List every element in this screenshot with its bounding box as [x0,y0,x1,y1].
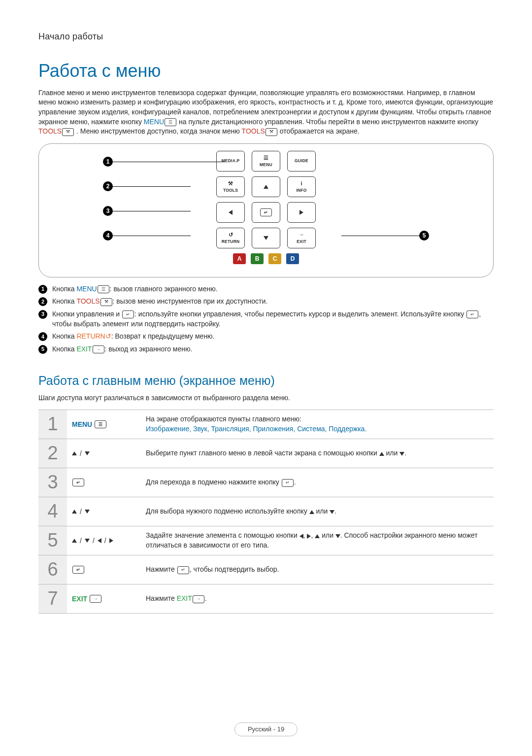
legend-text: Кнопки управления и ↵: используйте кнопк… [52,309,494,329]
section-header: Начало работы [38,31,494,42]
step-desc: Выберите пункт главного меню в левой час… [146,439,494,468]
menu-icon: ☰ [95,420,106,428]
legend-item: 3Кнопки управления и ↵: используйте кноп… [38,309,494,329]
remote-info-button: iINFO [287,176,316,197]
up-arrow-icon [72,510,77,514]
intro-text-b: на пульте дистанционного управления. Что… [179,118,478,126]
legend-list: 1Кнопка MENU☰: вызов главного экранного … [38,284,494,354]
menu-icon: ☰ [165,118,176,126]
step-desc: Нажмите EXIT→. [146,584,494,613]
marker-line [341,236,419,236]
step-desc: Задайте значение элемента с помощью кноп… [146,526,494,555]
marker-4: 4 [103,231,113,241]
remote-mediap-button: MEDIA.P [216,151,245,172]
step-row: 3↵Для перехода в подменю нажмите кнопку … [38,468,494,497]
legend-text: Кнопка TOOLS⚒: вызов меню инструментов п… [52,297,494,307]
step-row: 5///Задайте значение элемента с помощью … [38,526,494,555]
step-number: 7 [38,584,67,613]
exit-icon: → [90,595,101,603]
step-number: 4 [38,497,67,526]
marker-2: 2 [103,181,113,191]
legend-text: Кнопка RETURN↺: Возврат к предыдущему ме… [52,332,494,342]
step-number: 2 [38,439,67,468]
intro-paragraph: Главное меню и меню инструментов телевиз… [38,88,494,137]
right-arrow-icon [109,538,113,543]
legend-text: Кнопка MENU☰: вызов главного экранного м… [52,284,494,294]
subsection-desc: Шаги доступа могут различаться в зависим… [38,393,494,403]
right-arrow-icon [299,210,303,215]
remote-return-button: ↺RETURN [216,228,245,248]
marker-line [113,186,191,187]
steps-table: 1MENU☰На экране отображаются пункты глав… [38,410,494,614]
marker-line [113,211,191,211]
legend-number: 3 [38,310,47,319]
legend-item: 2Кнопка TOOLS⚒: вызов меню инструментов … [38,297,494,307]
step-key: / [67,497,146,526]
step-row: 7EXIT→Нажмите EXIT→. [38,584,494,614]
legend-item: 5Кнопка EXIT→: выход из экранного меню. [38,344,494,354]
remote-diagram: 1 2 3 4 5 MEDIA.P ☰MENU GUIDE ⚒TOOLS iIN… [38,143,494,277]
step-row: 2/Выберите пункт главного меню в левой ч… [38,439,494,468]
intro-text-d: отображается на экране. [280,127,360,135]
step-key: EXIT→ [67,584,146,613]
legend-item: 1Кнопка MENU☰: вызов главного экранного … [38,284,494,294]
step-desc: Для выбора нужного подменю используйте к… [146,497,494,526]
legend-number: 5 [38,345,47,354]
page-title: Работа с меню [38,59,494,83]
remote-right-button [287,202,316,223]
marker-1: 1 [103,157,113,167]
inline-tools-word: TOOLS⚒ [38,127,74,135]
step-row: 4/Для выбора нужного подменю используйте… [38,497,494,526]
remote-tools-button: ⚒TOOLS [216,176,245,197]
marker-5: 5 [419,231,429,241]
down-arrow-icon [85,539,90,543]
marker-line [113,162,225,162]
up-arrow-icon [72,539,77,543]
intro-text-c: . Меню инструментов доступно, когда знач… [76,127,242,135]
step-number: 6 [38,555,67,584]
step-number: 3 [38,468,67,497]
up-arrow-icon [264,185,268,189]
down-arrow-icon [85,451,90,455]
step-desc: На экране отображаются пункты главного м… [146,410,494,439]
legend-number: 1 [38,285,47,294]
color-c-button: C [268,253,281,264]
remote-left-button [216,202,245,223]
step-number: 1 [38,410,67,439]
step-key: MENU☰ [67,410,146,439]
tools-icon: ⚒ [62,128,74,136]
inline-tools-word-2: TOOLS⚒ [242,127,278,135]
inline-menu-word: MENU☰ [144,118,177,126]
up-arrow-icon [72,451,77,455]
legend-number: 2 [38,297,47,306]
marker-3: 3 [103,206,113,216]
enter-icon: ↵ [260,208,272,216]
step-key: / [67,439,146,468]
step-key: ↵ [67,555,146,584]
remote-guide-button: GUIDE [287,151,316,172]
remote-up-button [252,176,280,197]
marker-line [113,236,191,236]
step-row: 1MENU☰На экране отображаются пункты глав… [38,410,494,439]
tools-icon: ⚒ [266,128,277,136]
left-arrow-icon [229,210,233,215]
down-arrow-icon [85,510,90,514]
enter-icon: ↵ [72,479,84,486]
remote-menu-button: ☰MENU [252,151,280,172]
down-arrow-icon [264,236,268,240]
subsection-title: Работа с главным меню (экранное меню) [38,373,494,389]
remote-enter-button: ↵ [252,202,280,223]
color-a-button: A [233,253,246,264]
enter-icon: ↵ [72,566,84,574]
step-key: ↵ [67,468,146,497]
legend-text: Кнопка EXIT→: выход из экранного меню. [52,344,494,354]
step-number: 5 [38,526,67,555]
legend-number: 4 [38,332,47,341]
step-desc: Для перехода в подменю нажмите кнопку ↵. [146,468,494,497]
page-footer: Русский - 19 [234,722,298,736]
step-desc: Нажмите ↵, чтобы подтвердить выбор. [146,555,494,584]
remote-down-button [252,228,280,248]
color-d-button: D [286,253,299,264]
remote-exit-button: →EXIT [287,228,316,248]
left-arrow-icon [98,538,101,543]
